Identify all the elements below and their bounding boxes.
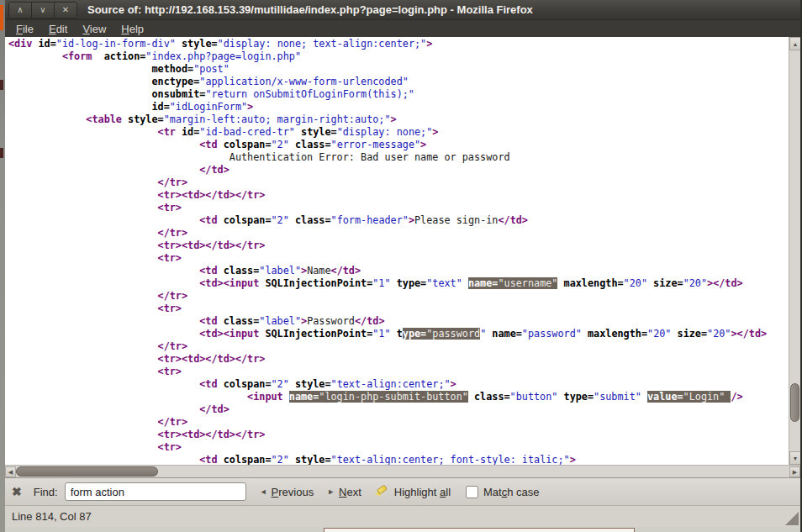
source-token: <td [199,315,223,327]
minimize-button[interactable]: ∨ [32,3,55,18]
find-previous-button[interactable]: ◄ Previous [260,486,314,498]
scroll-left-button[interactable]: ◀ [5,466,16,477]
source-token: "submit" [594,391,647,403]
source-token: > [432,126,438,138]
menu-item-help[interactable]: Help [113,22,151,36]
source-token: ></td> [707,277,743,289]
source-token: "return onSubmitOfLoginForm(this);" [205,88,414,100]
source-token: maxlength= [564,277,624,289]
source-token: <tr><td></td></tr> [158,189,266,201]
source-token: > [570,454,576,465]
menu-item-edit[interactable]: Edit [41,22,75,36]
source-token: <tr [158,126,182,138]
source-token: style= [295,378,331,390]
find-previous-label: Previous [272,486,314,498]
menu-item-view[interactable]: View [75,22,113,36]
highlight-all-button[interactable]: Highlight all [375,486,451,498]
source-line: <td class="label">Name</td> [8,265,789,277]
source-token: "display: none; text-align:center;" [218,38,427,50]
source-token: </td> [498,214,528,226]
source-line: <tr> [8,252,789,265]
source-token: Please sign-in [414,214,498,226]
source-line: onsubmit="return onSubmitOfLoginForm(thi… [8,88,789,101]
findbar-close-button[interactable]: ✖ [12,485,22,498]
source-line: </tr> [8,416,789,429]
vertical-scrollbar[interactable]: ▲ ▼ [789,37,800,465]
source-token: "1" [372,328,396,340]
source-token: id= [39,38,56,50]
source-token: "error-message" [331,139,421,150]
shade-icon: ∧ [17,6,23,14]
source-token: size= [653,277,683,289]
match-case-checkbox[interactable] [466,486,478,498]
match-case-control[interactable]: Match case [466,486,539,498]
source-line: </td> [8,403,789,416]
background-accent [0,5,3,30]
source-token: colspan= [224,454,272,465]
source-token: class= [224,265,260,277]
resize-grip[interactable] [785,512,799,525]
search-highlight: "login-php-submit-button" [319,391,468,403]
source-line: </tr> [8,227,789,240]
source-line: </tr> [8,176,789,189]
scroll-up-button[interactable]: ▲ [789,37,800,50]
source-token: <td [199,378,223,390]
screen: ∧ ∨ ✕ Source of: http://192.168.153.39/m… [0,0,802,532]
source-view[interactable]: <div id="id-log-in-form-div" style="disp… [5,37,789,465]
source-token: </td> [199,164,230,176]
source-token: Name [307,265,330,277]
source-line: </tr> [8,340,789,353]
source-token: colspan= [224,139,272,150]
horizontal-scrollbar-thumb[interactable] [16,466,158,477]
source-token: <tr><td></td></tr> [158,353,266,365]
window-titlebar[interactable]: ∧ ∨ ✕ Source of: http://192.168.153.39/m… [5,0,800,20]
source-token: </tr> [158,227,188,239]
source-token: class= [474,391,510,403]
arrow-left-icon: ◀ [8,469,13,476]
source-token: t [397,328,403,340]
shade-button[interactable]: ∧ [9,3,32,18]
close-button[interactable]: ✕ [55,3,77,18]
search-highlight: ype= [403,328,426,340]
source-token: /> [731,391,742,403]
scroll-down-button[interactable]: ▼ [789,451,800,465]
source-line: <tr> [8,303,789,315]
search-highlight: name= [468,277,499,289]
window-title: Source of: http://192.168.153.39/mutilli… [87,3,533,16]
source-token: "label" [259,315,301,327]
horizontal-scrollbar[interactable]: ◀ ▶ [5,465,800,477]
source-token: </tr> [158,290,188,302]
source-line: <table style="margin-left:auto; margin-r… [8,113,789,126]
source-token: "label" [259,265,301,277]
arrow-down-icon: ▼ [793,456,799,461]
source-token: size= [678,328,708,340]
source-token: </td> [199,403,230,415]
arrow-right-icon: ▶ [793,469,797,476]
source-token: </td> [355,315,385,327]
source-token: SQLInjectionPoint= [265,328,372,340]
source-line: enctype="application/x-www-form-urlencod… [8,76,789,88]
vertical-scrollbar-thumb[interactable] [790,383,799,422]
source-token: </td> [331,265,361,277]
source-line: <td><input SQLInjectionPoint="1" type="p… [8,328,789,340]
menu-item-file[interactable]: File [8,22,41,36]
source-token: > [391,113,397,125]
search-highlight: value= [647,391,683,403]
scroll-right-button[interactable]: ▶ [789,466,800,477]
source-token [468,391,474,403]
source-token: style= [182,38,218,50]
content-area: <div id="id-log-in-form-div" style="disp… [5,37,800,465]
source-token: <tr> [158,202,182,213]
source-token: "form-header" [331,214,409,226]
source-line: <tr> [8,441,789,454]
source-token: "application/x-www-form-urlencoded" [199,76,409,87]
search-highlight: name= [289,391,319,403]
find-next-button[interactable]: ► Next [327,486,361,498]
find-input[interactable] [65,482,246,501]
search-highlight: "Login" [683,391,731,403]
status-line-col: Line 814, Col 87 [12,510,92,523]
source-token: id= [182,126,199,138]
arrow-up-icon: ▲ [793,41,799,47]
source-token: <tr> [158,252,182,264]
source-line: <form action="index.php?page=login.php" [8,50,789,63]
